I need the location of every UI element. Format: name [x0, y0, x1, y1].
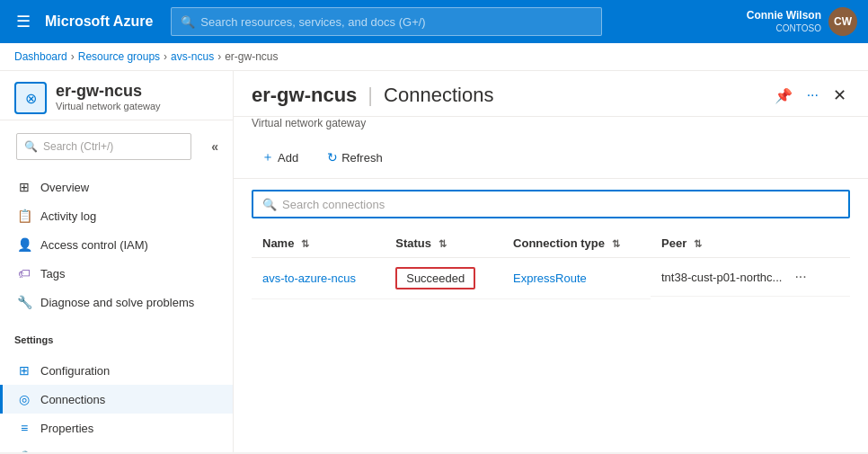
- sidebar-item-label: Tags: [40, 267, 65, 280]
- configuration-icon: ⊞: [17, 363, 31, 378]
- search-icon: 🔍: [181, 15, 195, 29]
- sidebar-item-label: Overview: [40, 181, 89, 194]
- locks-icon: 🔒: [17, 450, 31, 452]
- hamburger-menu[interactable]: ☰: [11, 6, 36, 37]
- app-logo: Microsoft Azure: [45, 13, 153, 30]
- tags-icon: 🏷: [17, 266, 31, 280]
- col-peer[interactable]: Peer ⇅: [651, 229, 850, 258]
- overview-icon: ⊞: [17, 180, 31, 194]
- sidebar-nav: ⊞ Overview 📋 Activity log 👤 Access contr…: [0, 173, 233, 316]
- sidebar-search-box[interactable]: 🔍: [16, 133, 191, 160]
- topbar: ☰ Microsoft Azure 🔍 Connie Wilson CONTOS…: [0, 0, 868, 43]
- add-label: Add: [278, 151, 298, 165]
- peer-value: tnt38-cust-p01-northc...: [661, 271, 782, 284]
- global-search-box[interactable]: 🔍: [171, 7, 602, 36]
- sidebar-item-tags[interactable]: 🏷 Tags: [0, 259, 233, 288]
- table-row: avs-to-azure-ncus Succeeded ExpressRoute…: [252, 258, 850, 299]
- connection-name-link[interactable]: avs-to-azure-ncus: [262, 272, 356, 285]
- resource-actions: 📌 ··· ✕: [771, 82, 850, 109]
- refresh-label: Refresh: [341, 151, 383, 165]
- sidebar-settings-nav: ⊞ Configuration ◎ Connections ≡ Properti…: [0, 356, 233, 452]
- avatar[interactable]: CW: [828, 7, 857, 36]
- breadcrumb-current: er-gw-ncus: [225, 50, 278, 63]
- sidebar-item-label: Connections: [40, 393, 105, 406]
- resource-name: er-gw-ncus: [56, 82, 161, 101]
- sort-icon-status: ⇅: [438, 238, 447, 249]
- resource-section: Connections: [384, 84, 493, 107]
- connections-search-box[interactable]: 🔍: [252, 190, 850, 218]
- cell-name[interactable]: avs-to-azure-ncus: [252, 258, 385, 299]
- global-search-input[interactable]: [200, 15, 592, 29]
- cell-peer: tnt38-cust-p01-northc... ···: [651, 258, 850, 297]
- table-area: 🔍 Name ⇅ Status ⇅: [234, 179, 868, 452]
- breadcrumb-dashboard[interactable]: Dashboard: [14, 50, 67, 63]
- properties-icon: ≡: [17, 421, 31, 435]
- sidebar-item-configuration[interactable]: ⊞ Configuration: [0, 356, 233, 385]
- sidebar-search-icon: 🔍: [24, 140, 38, 153]
- connection-type-link[interactable]: ExpressRoute: [513, 272, 587, 285]
- sidebar-item-label: Access control (IAM): [40, 238, 148, 252]
- row-more-options-button[interactable]: ···: [789, 267, 811, 287]
- breadcrumb: Dashboard › Resource groups › avs-ncus ›…: [0, 43, 868, 71]
- pin-button[interactable]: 📌: [771, 84, 796, 108]
- resource-title: er-gw-ncus: [252, 84, 357, 107]
- activity-log-icon: 📋: [17, 209, 31, 223]
- more-options-button[interactable]: ···: [803, 84, 822, 107]
- diagnose-icon: 🔧: [17, 295, 31, 309]
- sidebar-search-input[interactable]: [43, 140, 183, 153]
- main-layout: ⊗ er-gw-ncus Virtual network gateway 🔍 «…: [0, 71, 868, 452]
- sidebar: ⊗ er-gw-ncus Virtual network gateway 🔍 «…: [0, 71, 234, 452]
- refresh-button[interactable]: ↻ Refresh: [317, 145, 393, 170]
- add-button[interactable]: ＋ Add: [252, 144, 308, 171]
- cell-connection-type[interactable]: ExpressRoute: [502, 258, 651, 299]
- user-org: CONTOSO: [747, 22, 821, 34]
- col-name[interactable]: Name ⇅: [252, 229, 385, 258]
- search-icon: 🔍: [262, 198, 277, 211]
- sidebar-item-activity-log[interactable]: 📋 Activity log: [0, 201, 233, 230]
- connections-search-input[interactable]: [282, 198, 839, 211]
- refresh-icon: ↻: [327, 150, 338, 165]
- sort-icon-connection-type: ⇅: [612, 238, 620, 249]
- sidebar-item-access-control[interactable]: 👤 Access control (IAM): [0, 230, 233, 259]
- sidebar-item-diagnose[interactable]: 🔧 Diagnose and solve problems: [0, 288, 233, 316]
- sidebar-item-label: Diagnose and solve problems: [40, 296, 194, 309]
- sidebar-item-locks[interactable]: 🔒 Locks: [0, 442, 233, 452]
- user-info: Connie Wilson CONTOSO: [747, 9, 821, 35]
- resource-type-label: Virtual network gateway: [234, 117, 868, 137]
- breadcrumb-resource-groups[interactable]: Resource groups: [78, 50, 160, 63]
- table-header-row: Name ⇅ Status ⇅ Connection type ⇅ Peer: [252, 229, 850, 258]
- topbar-right: Connie Wilson CONTOSO CW: [747, 7, 857, 36]
- sidebar-item-properties[interactable]: ≡ Properties: [0, 414, 233, 442]
- sidebar-header: ⊗ er-gw-ncus Virtual network gateway: [0, 71, 233, 120]
- sort-icon-peer: ⇅: [694, 238, 702, 249]
- toolbar: ＋ Add ↻ Refresh: [234, 137, 868, 179]
- close-button[interactable]: ✕: [829, 82, 850, 109]
- content-area: er-gw-ncus | Connections 📌 ··· ✕ Virtual…: [234, 71, 868, 452]
- resource-description: Virtual network gateway: [56, 101, 161, 111]
- breadcrumb-avs-ncus[interactable]: avs-ncus: [171, 50, 214, 63]
- user-name: Connie Wilson: [747, 9, 821, 23]
- sidebar-item-connections[interactable]: ◎ Connections: [0, 385, 233, 414]
- col-connection-type[interactable]: Connection type ⇅: [502, 229, 651, 258]
- connections-table: Name ⇅ Status ⇅ Connection type ⇅ Peer: [252, 229, 850, 299]
- sidebar-item-label: Configuration: [40, 364, 110, 378]
- sort-icon-name: ⇅: [301, 238, 309, 249]
- add-icon: ＋: [261, 149, 274, 165]
- sidebar-item-overview[interactable]: ⊞ Overview: [0, 173, 233, 201]
- sidebar-item-label: Activity log: [40, 209, 96, 223]
- resource-header: er-gw-ncus | Connections 📌 ··· ✕: [234, 71, 868, 117]
- col-status[interactable]: Status ⇅: [385, 229, 502, 258]
- cell-status: Succeeded: [385, 258, 502, 299]
- sidebar-item-label: Locks: [40, 450, 71, 453]
- settings-section-header: Settings: [0, 324, 233, 349]
- status-badge: Succeeded: [395, 267, 475, 289]
- resource-icon: ⊗: [14, 82, 47, 114]
- connections-icon: ◎: [17, 392, 31, 406]
- access-control-icon: 👤: [17, 237, 31, 252]
- sidebar-collapse-btn[interactable]: «: [204, 136, 226, 157]
- sidebar-item-label: Properties: [40, 422, 93, 435]
